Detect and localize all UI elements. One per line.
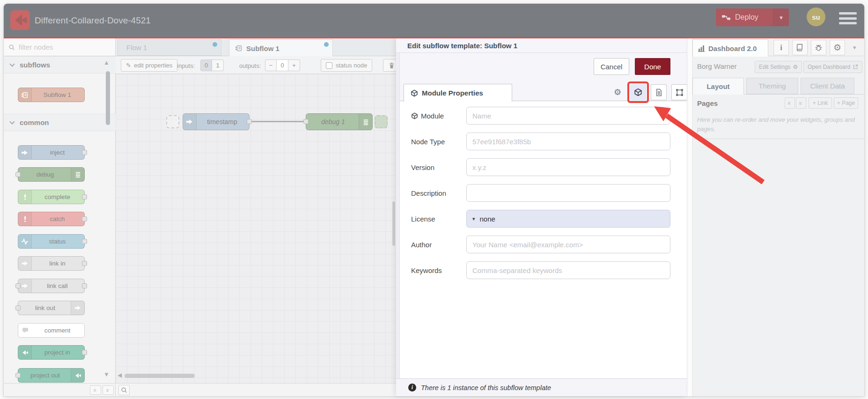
author-input[interactable] (466, 236, 670, 253)
workspace-footer (116, 383, 396, 396)
palette-node-link-call[interactable]: link call (18, 279, 85, 293)
tab-flow-1[interactable]: Flow 1 (118, 39, 221, 56)
palette-scrollbar[interactable] (106, 71, 110, 125)
collapse-all-button[interactable]: « (785, 97, 795, 109)
outputs-label: outputs: (239, 62, 261, 69)
license-select[interactable]: ▾ none (466, 210, 670, 228)
status-node-checkbox[interactable] (326, 62, 332, 69)
add-link-button[interactable]: + Link (809, 97, 832, 109)
status-wave-icon (18, 235, 32, 248)
outputs-decrement-button[interactable]: − (265, 59, 277, 71)
input-port[interactable] (303, 119, 309, 124)
module-properties-button[interactable] (630, 84, 646, 100)
link-out-icon (71, 301, 84, 315)
palette-node-project-out[interactable]: project out (18, 368, 85, 383)
tab-subflow-1[interactable]: Subflow 1 (229, 39, 333, 57)
appearance-button[interactable] (671, 84, 687, 100)
canvas-node-debug-1[interactable]: debug 1 (306, 113, 373, 130)
open-dashboard-button[interactable]: Open Dashboard (803, 61, 862, 73)
done-button[interactable]: Done (635, 58, 670, 75)
keywords-field-label: Keywords (411, 261, 465, 279)
node-type-input[interactable] (466, 133, 670, 150)
subflow-input-stub[interactable] (166, 115, 179, 128)
sidebar-resize-handle[interactable] (687, 38, 692, 396)
double-chevron-down-icon: » (797, 101, 804, 104)
deploy-options-button[interactable]: ▾ (773, 8, 789, 26)
chevron-down-icon (9, 61, 15, 66)
main-menu-button[interactable] (839, 12, 857, 24)
palette-node-link-in[interactable]: link in (18, 256, 85, 271)
description-button[interactable] (651, 84, 667, 100)
palette-node-comment[interactable]: comment (18, 323, 85, 338)
filter-nodes-input[interactable] (19, 43, 108, 51)
palette-section-common[interactable]: common (4, 114, 116, 131)
output-port (82, 194, 87, 200)
canvas-search-button[interactable] (118, 385, 130, 395)
keywords-input[interactable] (466, 261, 670, 279)
deploy-button[interactable]: Deploy ▾ (716, 8, 789, 26)
help-tab-button[interactable] (792, 40, 808, 55)
cancel-button[interactable]: Cancel (594, 58, 629, 75)
palette-node-status[interactable]: status (18, 234, 85, 249)
add-page-button[interactable]: + Page (834, 97, 858, 109)
inputs-toggle: 0 1 (200, 59, 224, 71)
node-red-app: Different-Collared-Dove-4521 Deploy ▾ su… (0, 0, 868, 399)
palette-collapse-categories-button[interactable]: « (90, 385, 101, 395)
config-nodes-tab-button[interactable]: ⚙ (830, 40, 845, 55)
debug-tab-button[interactable] (811, 40, 826, 55)
palette-search[interactable] (4, 38, 116, 56)
outputs-increment-button[interactable]: + (288, 59, 300, 71)
tab-client-data[interactable]: Client Data (801, 78, 854, 94)
palette-node-debug[interactable]: debug (18, 167, 85, 182)
palette-node-complete[interactable]: complete (18, 190, 85, 204)
info-icon: i (408, 384, 416, 392)
palette-node-catch[interactable]: catch (18, 212, 85, 226)
tray-resize-handle[interactable] (396, 38, 400, 396)
palette-expand-categories-button[interactable]: » (103, 385, 114, 395)
output-port[interactable] (247, 119, 252, 124)
status-node-toggle[interactable]: status node (321, 59, 372, 72)
chevron-down-icon (9, 119, 15, 124)
tab-dashboard-2[interactable]: Dashboard 2.0 (692, 39, 768, 57)
info-tab-button[interactable]: i (773, 40, 789, 55)
tab-layout[interactable]: Layout (692, 78, 744, 95)
expand-all-button[interactable]: » (796, 97, 806, 109)
description-input[interactable] (466, 184, 670, 202)
output-port (82, 350, 87, 355)
palette-node-subflow-1[interactable]: Subflow 1 (18, 88, 85, 102)
link-in-icon (18, 257, 32, 270)
outputs-count-input[interactable]: 0 (277, 59, 288, 71)
selection-frame-icon (676, 89, 684, 96)
canvas-node-timestamp[interactable]: timestamp (183, 113, 250, 130)
document-icon (655, 89, 663, 96)
node-properties-button[interactable]: ⚙ (610, 84, 625, 100)
edit-settings-button[interactable]: Edit Settings ⚙ (755, 61, 802, 73)
cube-icon (411, 89, 418, 97)
scroll-left-icon[interactable]: ◀ (118, 372, 122, 378)
version-input[interactable] (466, 158, 670, 176)
palette-scroll-up-icon[interactable]: ▲ (103, 59, 110, 66)
tab-module-properties[interactable]: Module Properties (404, 84, 512, 102)
inputs-option-1[interactable]: 1 (212, 59, 224, 71)
inputs-option-0[interactable]: 0 (200, 59, 212, 71)
canvas-vertical-scrollbar[interactable] (392, 201, 395, 246)
author-field-label: Author (411, 236, 465, 253)
subflow-output-stub[interactable] (375, 115, 388, 128)
double-chevron-up-icon: « (786, 101, 793, 104)
search-icon (8, 44, 15, 51)
edit-properties-button[interactable]: ✎ edit properties (121, 59, 177, 72)
user-avatar[interactable]: su (807, 7, 825, 26)
bar-chart-icon (698, 44, 705, 52)
palette-section-subflows[interactable]: subflows (4, 56, 116, 74)
wire[interactable] (252, 121, 307, 122)
palette-node-inject[interactable]: inject (18, 145, 85, 160)
more-tabs-button[interactable]: ▾ (853, 44, 856, 51)
module-input[interactable] (466, 107, 670, 125)
canvas-horizontal-scrollbar[interactable] (125, 374, 195, 378)
flow-canvas[interactable]: timestamp debug 1 ◀ (116, 74, 396, 383)
unsaved-changes-dot (213, 42, 217, 47)
tab-theming[interactable]: Theming (746, 78, 798, 94)
palette-scroll-down-icon[interactable]: ▼ (103, 371, 110, 378)
palette-node-link-out[interactable]: link out (18, 301, 85, 315)
palette-node-project-in[interactable]: project in (18, 345, 85, 360)
